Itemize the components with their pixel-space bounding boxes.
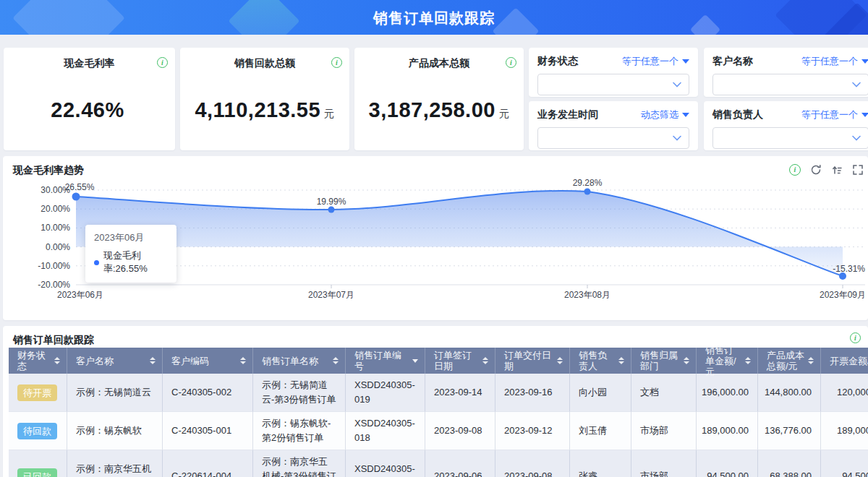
sort-desc-icon[interactable] xyxy=(412,359,418,363)
filter-select[interactable] xyxy=(712,74,868,95)
table-title: 销售订单回款跟踪 xyxy=(13,334,94,347)
column-header[interactable]: 开票金额/元 xyxy=(821,348,868,374)
area-fill xyxy=(76,191,843,276)
kpi-card-payment-total: 销售回款总额 i 4,110,213.55元 xyxy=(180,48,349,150)
sort-icon[interactable] xyxy=(54,357,60,364)
svg-text:2023年09月: 2023年09月 xyxy=(820,290,866,300)
table-row[interactable]: 待开票 示例：无锡简道云 C-240305-002 示例：无锡简道云-第3份销售… xyxy=(9,374,868,412)
sort-icon[interactable] xyxy=(557,357,563,364)
chart-toolbar: i xyxy=(789,164,864,176)
sort-icon[interactable] xyxy=(482,357,488,364)
page-title: 销售订单回款跟踪 xyxy=(0,9,868,28)
svg-text:10.00%: 10.00% xyxy=(41,223,70,233)
cell-cost-amount: 68,388.00 xyxy=(758,450,821,477)
svg-text:0.00%: 0.00% xyxy=(46,242,70,252)
column-header[interactable]: 产品成本总额/元 xyxy=(758,348,821,374)
cell-order-no: XSDD240305-019 xyxy=(346,374,425,412)
filter-select[interactable] xyxy=(537,74,689,95)
filter-business-time: 业务发生时间 动态筛选 xyxy=(529,101,698,150)
sort-icon[interactable] xyxy=(333,357,339,364)
svg-text:19.99%: 19.99% xyxy=(317,197,346,207)
cell-order-amount: 94,500.00 xyxy=(697,450,758,477)
cell-customer: 示例：南京华五机械 xyxy=(67,450,163,477)
info-icon[interactable]: i xyxy=(850,332,861,343)
order-tracking-table-panel: 销售订单回款跟踪 i 财务状态 客户名称 客户编码 销售订单名称 销售订单编号 … xyxy=(3,326,868,477)
column-header[interactable]: 销售订单编号 xyxy=(346,348,425,374)
chart-panel-cash-margin-trend: 现金毛利率趋势 i xyxy=(3,156,868,320)
cell-invoice-amount: 120,000.00 xyxy=(821,374,868,412)
filter-label: 业务发生时间 xyxy=(537,108,598,121)
column-header[interactable]: 销售归属部门 xyxy=(631,348,697,374)
cell-order-no: XSDD240305-017 xyxy=(346,450,425,477)
filter-label: 销售负责人 xyxy=(712,108,763,121)
cell-order-amount: 196,000.00 xyxy=(697,374,758,412)
filter-finance-status: 财务状态 等于任意一个 xyxy=(529,48,698,97)
cell-customer: 示例：无锡简道云 xyxy=(67,374,163,412)
cell-cost-amount: 136,776.00 xyxy=(758,412,821,450)
kpi-value: 3,187,258.00元 xyxy=(354,70,524,150)
cell-sales-owner: 向小园 xyxy=(570,374,631,412)
filter-operator-dropdown[interactable]: 动态筛选 xyxy=(641,108,689,121)
chevron-down-icon xyxy=(673,135,681,141)
series-dot-icon xyxy=(94,260,99,265)
kpi-value: 22.46% xyxy=(4,70,175,150)
column-header[interactable]: 客户名称 xyxy=(67,348,163,374)
filter-sales-owner: 销售负责人 等于任意一个 xyxy=(704,101,868,150)
chevron-down-icon xyxy=(852,82,861,87)
sort-icon[interactable] xyxy=(618,357,624,364)
filter-select[interactable] xyxy=(712,127,868,149)
cell-invoice-amount: 189,000.00 xyxy=(821,412,868,450)
sort-icon[interactable] xyxy=(150,357,156,364)
order-table: 财务状态 客户名称 客户编码 销售订单名称 销售订单编号 订单签订日期 订单交付… xyxy=(9,348,868,477)
cell-sign-date: 2023-09-14 xyxy=(425,374,495,412)
svg-text:-10.00%: -10.00% xyxy=(38,261,70,271)
column-header[interactable]: 销售订单金额/元 xyxy=(697,348,758,374)
filter-operator-dropdown[interactable]: 等于任意一个 xyxy=(801,108,868,121)
column-header[interactable]: 订单签订日期 xyxy=(425,348,495,374)
sort-icon[interactable] xyxy=(684,357,689,364)
filter-label: 客户名称 xyxy=(712,55,753,68)
column-header[interactable]: 客户编码 xyxy=(163,348,253,374)
sort-icon[interactable] xyxy=(831,164,843,176)
info-icon[interactable]: i xyxy=(331,57,342,68)
sort-icon[interactable] xyxy=(745,357,751,364)
column-header[interactable]: 订单交付日期 xyxy=(495,348,570,374)
cell-sales-dept: 文档 xyxy=(631,374,697,412)
info-icon[interactable]: i xyxy=(789,164,801,176)
cell-customer-code: C-240305-001 xyxy=(163,412,253,450)
info-icon[interactable]: i xyxy=(157,57,168,68)
table-row[interactable]: 已回款 示例：南京华五机械 C-220614-004 示例：南京华五机械-第3份… xyxy=(9,450,868,477)
status-badge: 待开票 xyxy=(17,384,57,401)
filter-operator-dropdown[interactable]: 等于任意一个 xyxy=(801,55,868,68)
filter-label: 财务状态 xyxy=(537,55,578,68)
column-header[interactable]: 财务状态 xyxy=(9,348,67,374)
cell-sales-dept: 市场部 xyxy=(631,450,697,477)
cell-delivery-date: 2023-09-16 xyxy=(495,374,570,412)
top-banner: 销售订单回款跟踪 xyxy=(0,0,868,35)
cell-sales-dept: 市场部 xyxy=(631,412,697,450)
chart-tooltip: 2023年06月 现金毛利率:26.55% xyxy=(85,225,176,283)
caret-down-icon xyxy=(861,59,868,64)
sort-icon[interactable] xyxy=(808,357,814,364)
column-header[interactable]: 销售订单名称 xyxy=(253,348,346,374)
cell-order-name: 示例：无锡简道云-第3份销售订单 xyxy=(253,374,346,412)
tooltip-value: 现金毛利率:26.55% xyxy=(103,249,168,275)
column-header[interactable]: 销售负责人 xyxy=(570,348,631,374)
filter-operator-dropdown[interactable]: 等于任意一个 xyxy=(622,55,689,68)
kpi-value: 4,110,213.55元 xyxy=(180,70,349,150)
table-header-row: 财务状态 客户名称 客户编码 销售订单名称 销售订单编号 订单签订日期 订单交付… xyxy=(9,348,868,374)
caret-down-icon xyxy=(682,113,689,117)
chevron-down-icon xyxy=(673,82,681,87)
sort-icon[interactable] xyxy=(240,357,246,364)
info-icon[interactable]: i xyxy=(506,57,516,68)
expand-icon[interactable] xyxy=(852,164,864,176)
svg-text:2023年08月: 2023年08月 xyxy=(564,290,610,300)
caret-down-icon xyxy=(682,59,689,64)
refresh-icon[interactable] xyxy=(810,164,822,176)
filter-select[interactable] xyxy=(537,127,689,149)
cell-delivery-date: 2023-09-08 xyxy=(495,450,570,477)
y-axis-labels: 30.00% 20.00% 10.00% 0.00% -10.00% -20.0… xyxy=(38,185,70,290)
table-row[interactable]: 待回款 示例：锡东帆软 C-240305-001 示例：锡东帆软-第2份销售订单… xyxy=(9,412,868,450)
svg-text:20.00%: 20.00% xyxy=(41,204,70,214)
caret-down-icon xyxy=(861,113,868,117)
